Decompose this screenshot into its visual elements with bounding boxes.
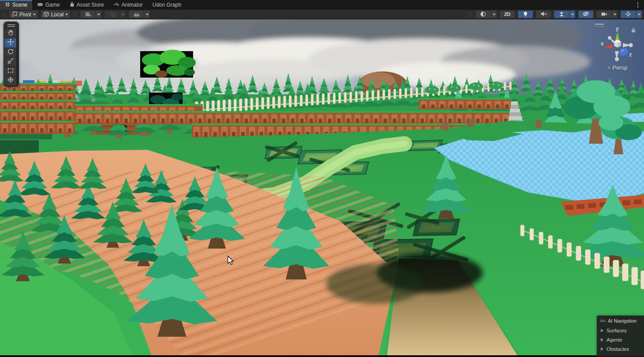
effects-icon xyxy=(558,11,565,18)
tab-game[interactable]: Game xyxy=(32,0,65,10)
projection-toggle[interactable]: < Persp xyxy=(595,64,640,71)
snap-increment-button[interactable] xyxy=(128,10,144,19)
draw-mode-button[interactable] xyxy=(475,10,491,19)
grid-visibility-dropdown[interactable] xyxy=(95,10,102,19)
eye-crossed-icon xyxy=(582,11,589,18)
effects-toggle-button[interactable] xyxy=(554,10,569,19)
chevron-down-icon xyxy=(97,14,100,15)
camera-settings-dropdown[interactable] xyxy=(611,10,618,19)
2d-label: 2D xyxy=(504,12,511,17)
move-arrows-icon xyxy=(7,38,14,47)
grid-snap-button[interactable] xyxy=(104,10,119,19)
scene-toolbar: Pivot Local Y xyxy=(0,10,644,19)
x-axis-cone[interactable] xyxy=(603,44,613,48)
chevron-down-icon xyxy=(146,14,149,15)
tab-asset-store[interactable]: Asset Store xyxy=(65,0,109,10)
overlay-drag-handle[interactable] xyxy=(4,23,18,29)
chevron-down-icon xyxy=(33,14,36,15)
foldout-agents[interactable]: Agents xyxy=(597,335,644,344)
scale-icon xyxy=(7,57,14,66)
projection-label: Persp xyxy=(613,64,628,71)
snap-increment-dropdown[interactable] xyxy=(144,10,150,19)
pivot-label: Pivot xyxy=(19,12,31,17)
tab-udon-graph[interactable]: Udon Graph xyxy=(148,0,186,10)
tools-overlay xyxy=(4,22,19,87)
2d-toggle-button[interactable]: 2D xyxy=(499,10,515,19)
ai-navigation-title: AI Navigation xyxy=(608,318,637,324)
scale-tool-button[interactable] xyxy=(4,57,16,67)
camera-settings-button[interactable] xyxy=(596,10,611,19)
draw-mode-dropdown[interactable] xyxy=(491,10,497,19)
tab-scene[interactable]: Scene xyxy=(0,0,32,10)
transform-icon xyxy=(7,76,14,85)
gamepad-icon xyxy=(37,2,43,8)
scene-viewport[interactable]: x y z < Persp AI Navigation Surfaces Age… xyxy=(0,19,644,357)
ai-navigation-overlay: AI Navigation Surfaces Agents Obstacles xyxy=(597,316,644,357)
foldout-surfaces[interactable]: Surfaces xyxy=(597,326,644,335)
axis-y-label[interactable]: y xyxy=(616,26,619,32)
orientation-label: Local xyxy=(51,12,64,17)
rotate-tool-button[interactable] xyxy=(4,48,16,57)
grid-snap-dropdown[interactable] xyxy=(119,10,126,19)
speaker-muted-icon xyxy=(540,11,547,18)
clouds xyxy=(0,19,591,88)
rect-icon xyxy=(7,67,14,76)
chevron-down-icon xyxy=(614,14,616,15)
animator-icon xyxy=(114,2,119,8)
gizmo-cube xyxy=(614,40,621,48)
axis-x-label[interactable]: x xyxy=(601,40,604,47)
kebab-menu-icon[interactable] xyxy=(636,2,640,8)
persp-chevron-icon: < xyxy=(608,65,611,71)
chevron-down-icon xyxy=(122,14,124,15)
shaded-sphere-icon xyxy=(480,11,487,18)
foldout-label: Obstacles xyxy=(607,346,629,352)
toolbar-drag-handle[interactable] xyxy=(469,12,472,17)
gizmos-dropdown[interactable] xyxy=(636,10,642,19)
grid-snap-icon xyxy=(109,11,115,18)
tab-label: Udon Graph xyxy=(153,2,181,8)
overlay-drag-handle[interactable] xyxy=(600,319,606,323)
foldout-label: Surfaces xyxy=(607,328,626,333)
foldout-arrow-icon xyxy=(601,338,603,342)
scene-visibility-button[interactable] xyxy=(578,10,594,19)
foldout-arrow-icon xyxy=(601,347,603,351)
rect-tool-button[interactable] xyxy=(4,67,16,76)
toolbar-drag-handle[interactable] xyxy=(3,12,6,17)
axis-gizmo[interactable]: x y z xyxy=(597,26,638,66)
shopping-bag-icon xyxy=(70,2,74,8)
view-tool-button[interactable] xyxy=(4,29,16,38)
hand-icon xyxy=(7,29,14,38)
light-bulb-icon xyxy=(523,11,528,18)
axis-z-label[interactable]: z xyxy=(629,51,632,58)
toolbar-separator xyxy=(74,12,77,17)
handle-orientation-button[interactable]: Local xyxy=(41,10,71,19)
foldout-label: Agents xyxy=(607,337,622,342)
grid-icon xyxy=(5,2,10,8)
cube-icon xyxy=(43,11,49,18)
grid-axis-y-icon: Y xyxy=(85,11,91,18)
tab-label: Game xyxy=(45,2,60,8)
grid-visibility-button[interactable]: Y xyxy=(80,10,95,19)
camera-icon xyxy=(601,11,607,18)
chevron-down-icon xyxy=(638,14,640,15)
pivot-button[interactable]: Pivot xyxy=(9,10,38,19)
chevron-down-icon xyxy=(493,14,495,15)
pivot-icon xyxy=(11,11,18,18)
tab-label: Asset Store xyxy=(77,2,104,8)
tab-animator[interactable]: Animator xyxy=(109,0,148,10)
z-axis-disc[interactable] xyxy=(618,47,629,57)
transform-tool-button[interactable] xyxy=(4,76,16,86)
audio-toggle-button[interactable] xyxy=(536,10,551,19)
view-tab-bar: Scene Game Asset Store Animator Udon Gra… xyxy=(0,0,644,10)
orientation-gizmo: x y z < Persp xyxy=(595,24,640,73)
move-tool-button[interactable] xyxy=(4,38,16,48)
foldout-obstacles[interactable]: Obstacles xyxy=(597,344,644,353)
tab-label: Scene xyxy=(12,2,27,8)
svg-text:Y: Y xyxy=(89,14,91,17)
ruler-icon xyxy=(133,11,140,18)
lighting-toggle-button[interactable] xyxy=(517,10,533,19)
gizmos-toggle-button[interactable] xyxy=(620,10,636,19)
chevron-down-icon xyxy=(571,14,574,15)
scene-render[interactable] xyxy=(0,19,644,357)
effects-dropdown[interactable] xyxy=(569,10,576,19)
